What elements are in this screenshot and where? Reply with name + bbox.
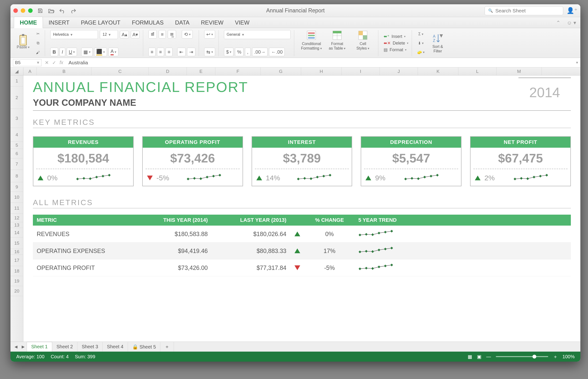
format-as-table-button[interactable]: Format as Table	[325, 30, 349, 50]
font-size-combo[interactable]: 12▾	[100, 30, 118, 39]
row-header[interactable]: 3	[11, 109, 23, 128]
row-header[interactable]: 8	[11, 170, 23, 182]
close-window-button[interactable]	[13, 8, 18, 13]
column-header[interactable]: H	[301, 67, 342, 75]
insert-cells-button[interactable]: ⬌⁺Insert▾	[383, 33, 408, 40]
delete-cells-button[interactable]: ⬌✕Delete▾	[383, 40, 408, 47]
row-header[interactable]: 16	[11, 249, 23, 255]
column-header[interactable]: F	[215, 67, 261, 75]
row-header[interactable]: 17	[11, 255, 23, 266]
format-painter-icon[interactable]: 🖌	[34, 49, 41, 56]
cancel-formula-icon[interactable]: ✕	[45, 60, 49, 65]
wrap-text-icon[interactable]: ↩	[204, 30, 215, 39]
sheet-prev-icon[interactable]: ◀	[12, 343, 19, 350]
align-right-icon[interactable]: ≡	[166, 48, 173, 56]
row-header[interactable]: 19	[11, 276, 23, 286]
column-header[interactable]: I	[342, 67, 380, 75]
column-header[interactable]: J	[380, 67, 418, 75]
sheet-next-icon[interactable]: ▶	[19, 343, 27, 350]
column-header[interactable]: M	[496, 67, 542, 75]
italic-icon[interactable]: I	[60, 48, 65, 56]
column-header[interactable]: K	[418, 67, 458, 75]
column-header[interactable]: A	[23, 67, 37, 75]
undo-icon[interactable]	[59, 7, 65, 14]
add-sheet-button[interactable]: ＋	[160, 342, 174, 352]
row-header[interactable]: 6	[11, 149, 23, 158]
tab-view[interactable]: VIEW	[229, 17, 255, 28]
tab-page-layout[interactable]: PAGE LAYOUT	[75, 17, 126, 28]
column-header[interactable]: B	[37, 67, 92, 75]
row-header[interactable]: 13	[11, 222, 23, 228]
underline-icon[interactable]: U	[67, 48, 77, 56]
tab-home[interactable]: HOME	[14, 17, 43, 28]
row-header[interactable]: 11	[11, 203, 23, 214]
decrease-font-icon[interactable]: A▾	[131, 31, 140, 38]
cell-grid[interactable]: 2014 ANNUAL FINANCIAL REPORT YOUR COMPAN…	[23, 76, 580, 342]
align-center-icon[interactable]: ≡	[157, 48, 164, 56]
row-header[interactable]: 10	[11, 192, 23, 203]
row-header[interactable]: 5	[11, 142, 23, 149]
border-icon[interactable]: ▦	[81, 48, 93, 56]
column-header[interactable]: E	[187, 67, 215, 75]
tab-insert[interactable]: INSERT	[43, 17, 75, 28]
row-header[interactable]: 7	[11, 158, 23, 170]
row-header[interactable]: 12	[11, 214, 23, 222]
minimize-window-button[interactable]	[21, 8, 25, 13]
zoom-out-icon[interactable]: —	[486, 354, 491, 360]
name-box[interactable]: B5▾	[13, 59, 41, 66]
paste-icon[interactable]	[19, 37, 27, 44]
increase-decimal-icon[interactable]: .00→	[252, 48, 268, 56]
clear-icon[interactable]: 🧽	[417, 48, 424, 56]
collapse-ribbon-icon[interactable]: ⌃	[556, 20, 560, 26]
sheet-tab-5[interactable]: 🔒 Sheet 5	[128, 342, 160, 352]
row-header[interactable]: 1	[11, 76, 23, 86]
save-icon[interactable]	[37, 7, 44, 14]
align-middle-icon[interactable]: ≡	[159, 30, 166, 39]
confirm-formula-icon[interactable]: ✓	[52, 60, 56, 65]
align-bottom-icon[interactable]: ≡̲	[168, 30, 176, 39]
zoom-in-icon[interactable]: ＋	[553, 353, 558, 360]
column-header[interactable]: C	[92, 67, 149, 75]
decrease-decimal-icon[interactable]: ←.00	[269, 48, 285, 56]
increase-font-icon[interactable]: A▴	[120, 31, 129, 38]
bold-icon[interactable]: B	[50, 48, 58, 56]
expand-formula-bar-icon[interactable]: ▾	[576, 60, 578, 65]
comma-icon[interactable]: ,	[245, 48, 251, 56]
font-color-icon[interactable]: A	[108, 48, 118, 56]
cell-styles-button[interactable]: Cell Styles	[351, 30, 375, 50]
formula-input[interactable]: Australia	[67, 60, 573, 65]
fill-color-icon[interactable]: ⬛	[94, 48, 107, 56]
row-header[interactable]: 18	[11, 266, 23, 276]
row-header[interactable]: 9	[11, 182, 23, 192]
column-header[interactable]: L	[458, 67, 496, 75]
copy-icon[interactable]: ⧉	[34, 40, 41, 47]
increase-indent-icon[interactable]: ⇥	[187, 48, 195, 56]
select-all-cell[interactable]: ◢	[11, 67, 23, 75]
paste-button[interactable]: Paste	[17, 45, 30, 49]
autosum-icon[interactable]: Σ	[417, 31, 424, 38]
sheet-tab-1[interactable]: Sheet 1	[27, 342, 52, 352]
font-name-combo[interactable]: Helvetica▾	[50, 30, 98, 39]
share-icon[interactable]: 👤⁺	[567, 7, 577, 14]
column-header[interactable]: G	[261, 67, 301, 75]
open-icon[interactable]	[48, 7, 55, 14]
decrease-indent-icon[interactable]: ⇤	[177, 48, 186, 56]
tab-review[interactable]: REVIEW	[195, 17, 229, 28]
tab-formulas[interactable]: FORMULAS	[126, 17, 169, 28]
conditional-formatting-button[interactable]: Conditional Formatting	[300, 30, 323, 50]
sheet-tab-3[interactable]: Sheet 3	[78, 342, 103, 351]
column-header[interactable]: D	[149, 67, 187, 75]
sheet-tab-2[interactable]: Sheet 2	[52, 342, 78, 351]
format-cells-button[interactable]: ▤Format▾	[383, 47, 408, 53]
feedback-icon[interactable]: ☺ ▾	[567, 20, 576, 26]
number-format-combo[interactable]: General▾	[224, 30, 291, 39]
view-normal-icon[interactable]: ▦	[468, 354, 472, 360]
row-header[interactable]: 20	[11, 286, 23, 296]
search-sheet-box[interactable]: 🔍	[485, 6, 563, 15]
orientation-icon[interactable]: ⟲	[182, 30, 193, 39]
zoom-slider[interactable]	[496, 356, 548, 357]
row-header[interactable]: 14	[11, 228, 23, 237]
percent-icon[interactable]: %	[235, 48, 243, 56]
align-top-icon[interactable]: ≡̄	[148, 30, 157, 39]
view-page-layout-icon[interactable]: ▣	[477, 354, 481, 360]
